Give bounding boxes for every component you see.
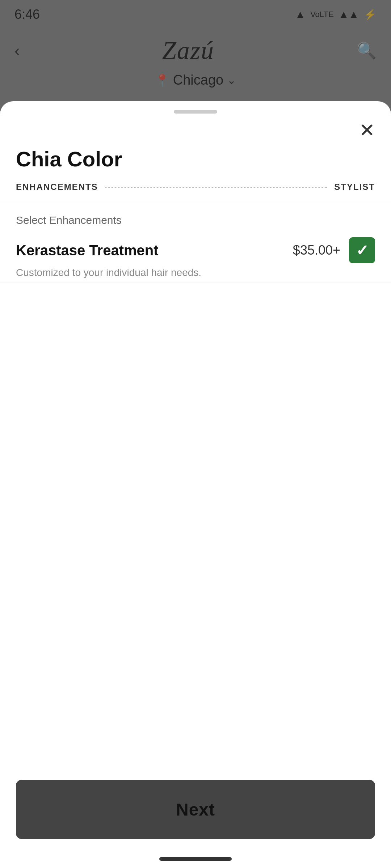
- section-label: Select Enhancements: [0, 201, 391, 234]
- steps-row: ENHANCEMENTS STYLIST: [0, 182, 391, 201]
- bottom-sheet: ✕ Chia Color ENHANCEMENTS STYLIST Select…: [0, 101, 391, 868]
- close-button[interactable]: ✕: [359, 121, 375, 140]
- handle-row: [0, 101, 391, 117]
- next-button[interactable]: Next: [16, 780, 375, 839]
- enhancement-name: Kerastase Treatment: [16, 242, 159, 259]
- spacer: [0, 282, 391, 780]
- home-indicator: [159, 857, 232, 861]
- step-dots: [105, 187, 327, 188]
- checkmark-icon: ✓: [356, 242, 369, 259]
- enhancement-description: Customized to your individual hair needs…: [16, 267, 375, 278]
- step-stylist-label: STYLIST: [334, 182, 375, 192]
- enhancement-row: Kerastase Treatment $35.00+ ✓: [16, 237, 375, 263]
- enhancement-item[interactable]: Kerastase Treatment $35.00+ ✓ Customized…: [0, 234, 391, 282]
- select-checkbox[interactable]: ✓: [349, 237, 375, 263]
- enhancement-right: $35.00+ ✓: [293, 237, 375, 263]
- sheet-title: Chia Color: [0, 140, 391, 182]
- step-enhancements-label: ENHANCEMENTS: [16, 182, 98, 192]
- close-row: ✕: [0, 117, 391, 140]
- enhancement-price: $35.00+: [293, 243, 340, 258]
- sheet-handle: [174, 110, 217, 114]
